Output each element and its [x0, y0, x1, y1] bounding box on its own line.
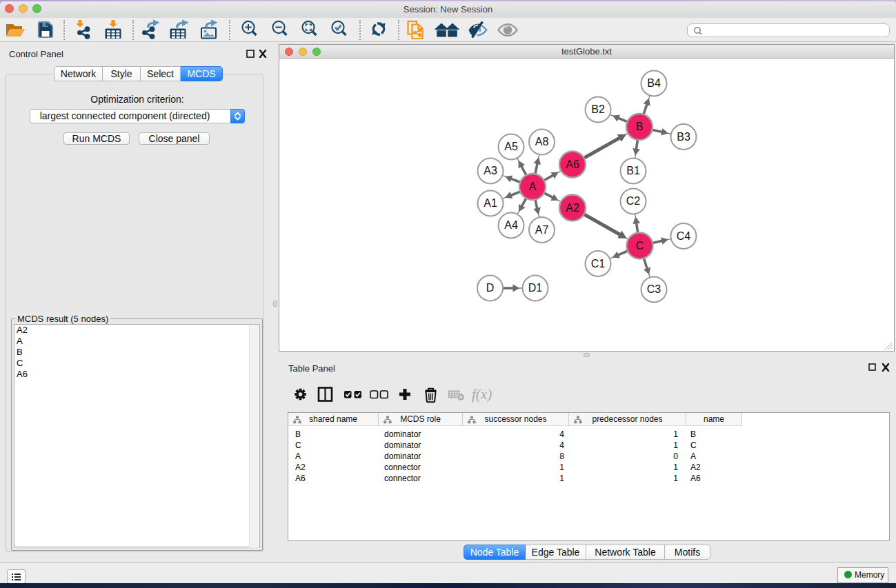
- svg-text:C4: C4: [677, 230, 691, 242]
- svg-text:B2: B2: [591, 103, 605, 115]
- svg-text:f(x): f(x): [472, 386, 492, 403]
- svg-text:A: A: [529, 181, 537, 192]
- svg-text:A5: A5: [504, 141, 518, 152]
- svg-text:D: D: [486, 282, 495, 294]
- svg-text:A6: A6: [566, 159, 579, 170]
- svg-text:A7: A7: [535, 224, 549, 236]
- svg-text:A2: A2: [566, 202, 579, 214]
- svg-text:C1: C1: [591, 258, 606, 270]
- svg-text:B4: B4: [647, 77, 661, 89]
- svg-text:B3: B3: [677, 131, 690, 143]
- svg-text:A3: A3: [484, 165, 497, 176]
- svg-text:C: C: [636, 240, 644, 252]
- svg-text:C2: C2: [626, 195, 641, 207]
- svg-text:A8: A8: [535, 136, 549, 148]
- svg-text:B: B: [636, 121, 644, 132]
- svg-text:C3: C3: [647, 283, 661, 295]
- svg-text:B1: B1: [626, 165, 640, 176]
- svg-text:A4: A4: [504, 219, 518, 231]
- svg-text:A1: A1: [484, 197, 497, 209]
- svg-text:D1: D1: [528, 282, 543, 294]
